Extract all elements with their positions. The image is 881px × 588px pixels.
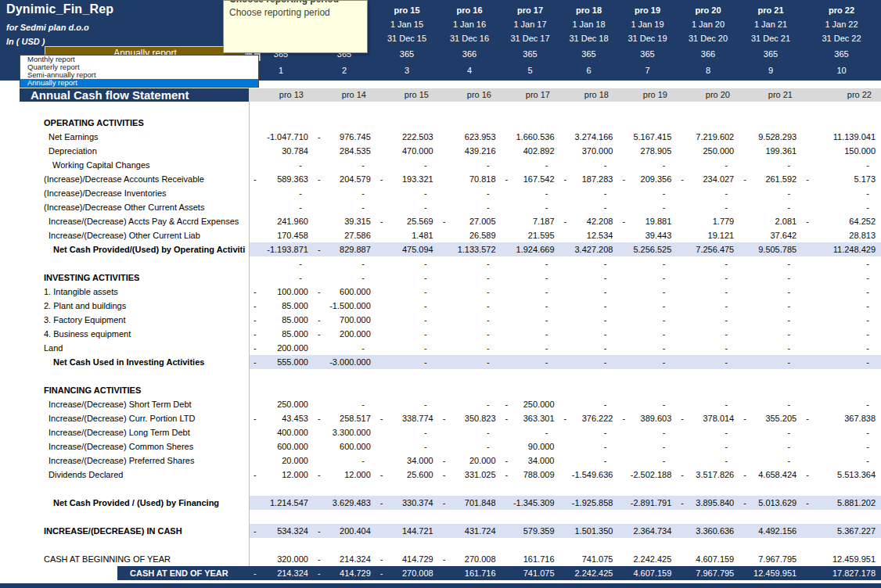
value-cell[interactable]: 39.443 [618,228,677,242]
value-cell[interactable]: -167.542 [502,172,560,186]
value-cell[interactable]: - [618,341,677,355]
value-cell[interactable]: -200.000 [250,341,314,355]
value-cell[interactable]: -788.009 [502,468,560,482]
value-cell[interactable]: 579.359 [502,524,560,538]
value-cell[interactable]: -355.205 [739,411,802,425]
value-cell[interactable]: 161.716 [439,566,502,580]
value-cell[interactable]: 402.892 [502,144,560,158]
value-cell[interactable]: -1.047.710 [250,130,314,144]
row-label[interactable]: FINANCING ACTIVITIES [0,383,249,397]
value-cell[interactable]: - [677,186,739,200]
value-cell[interactable]: -193.321 [376,172,439,186]
value-cell[interactable]: 37.642 [739,228,802,242]
value-cell[interactable]: 30.784 [250,144,314,158]
value-cell[interactable]: - [560,313,619,327]
value-cell[interactable]: 439.216 [439,144,502,158]
value-cell[interactable]: 150.000 [802,144,881,158]
value-cell[interactable]: - [802,439,881,454]
row-label[interactable]: INCREASE/(DECREASE) IN CASH [0,524,249,538]
value-cell[interactable]: - [739,285,802,299]
value-cell[interactable]: 3.274.166 [560,130,619,144]
value-cell[interactable]: 26.589 [439,228,502,242]
value-cell[interactable]: - [314,397,376,411]
row-label[interactable]: Net Cash Used in Investing Activities [0,355,249,369]
value-cell[interactable]: -187.283 [560,172,619,186]
value-cell[interactable]: - [560,439,619,454]
value-cell[interactable]: 370.000 [560,144,619,158]
value-cell[interactable]: - [618,299,677,313]
value-cell[interactable]: - [739,397,802,411]
value-cell[interactable]: -376.222 [560,411,619,425]
value-cell[interactable]: - [439,299,502,313]
value-cell[interactable]: -85.000 [250,313,314,327]
value-cell[interactable]: 3.427.208 [560,242,619,256]
value-cell[interactable]: - [618,313,677,327]
value-cell[interactable]: - [314,200,376,214]
value-cell[interactable]: - [802,341,881,355]
value-cell[interactable]: -3.517.826 [677,468,739,482]
value-cell[interactable]: -414.729 [376,552,439,566]
value-cell[interactable]: 3.629.483 [314,496,376,510]
value-cell[interactable]: - [502,271,560,285]
value-cell[interactable]: - [739,256,802,271]
value-cell[interactable]: -85.000 [250,299,314,313]
value-cell[interactable]: -234.027 [677,172,739,186]
value-cell[interactable]: - [314,341,376,355]
value-cell[interactable]: - [439,200,502,214]
value-cell[interactable]: -829.887 [314,242,376,256]
value-cell[interactable]: - [618,454,677,468]
value-cell[interactable]: -19.881 [618,214,677,228]
value-cell[interactable]: - [376,271,439,285]
value-cell[interactable]: -331.025 [439,468,502,482]
value-cell[interactable]: 19.121 [677,228,739,242]
value-cell[interactable]: -2.891.791 [618,496,677,510]
value-cell[interactable]: -270.008 [439,552,502,566]
value-cell[interactable]: -3.895.840 [677,496,739,510]
value-cell[interactable]: -1.193.871 [250,242,314,256]
value-cell[interactable]: -250.000 [502,397,560,411]
value-cell[interactable]: 1.660.536 [502,130,560,144]
value-cell[interactable]: -2.502.188 [618,468,677,482]
value-cell[interactable]: 199.361 [739,144,802,158]
value-cell[interactable]: 7.187 [502,214,560,228]
value-cell[interactable]: - [439,425,502,439]
value-cell[interactable]: -214.324 [250,566,314,580]
value-cell[interactable]: - [502,425,560,439]
value-cell[interactable]: -4.658.424 [739,468,802,482]
value-cell[interactable]: - [677,341,739,355]
value-cell[interactable]: - [560,186,619,200]
row-label[interactable]: Increase/(Decrease) Preferred Shares [0,454,249,468]
row-label[interactable]: 1. Intangible assets [0,285,249,299]
value-cell[interactable]: - [560,299,619,313]
value-cell[interactable]: - [560,425,619,439]
value-cell[interactable]: -5.173 [802,172,881,186]
value-cell[interactable]: -261.592 [739,172,802,186]
value-cell[interactable]: - [739,186,802,200]
value-cell[interactable]: 1.214.547 [250,496,314,510]
value-cell[interactable]: -1.925.858 [560,496,619,510]
value-cell[interactable]: -363.301 [502,411,560,425]
value-cell[interactable]: - [677,271,739,285]
value-cell[interactable]: -976.745 [314,130,376,144]
value-cell[interactable]: - [439,439,502,454]
value-cell[interactable]: - [739,313,802,327]
value-cell[interactable]: 3.300.000 [314,425,376,439]
value-cell[interactable]: - [618,355,677,369]
row-label[interactable]: Increase/(Decrease) Accts Pay & Accrd Ex… [0,214,249,228]
value-cell[interactable]: - [502,299,560,313]
value-cell[interactable]: - [314,186,376,200]
value-cell[interactable]: - [560,355,619,369]
row-label[interactable]: OPERATING ACTIVITIES [0,116,249,130]
value-cell[interactable]: - [739,355,802,369]
value-cell[interactable]: -1.549.636 [560,468,619,482]
value-cell[interactable]: - [677,439,739,454]
row-label[interactable] [0,510,249,524]
value-cell[interactable]: 1.481 [376,228,439,242]
row-label[interactable]: Net Cash Provided / (Used) by Financing [0,496,249,510]
value-cell[interactable]: -100.000 [250,285,314,299]
value-cell[interactable]: 2.081 [739,214,802,228]
value-cell[interactable]: - [739,439,802,454]
value-cell[interactable]: - [439,355,502,369]
value-cell[interactable]: - [250,200,314,214]
value-cell[interactable]: 5.367.227 [802,524,881,538]
